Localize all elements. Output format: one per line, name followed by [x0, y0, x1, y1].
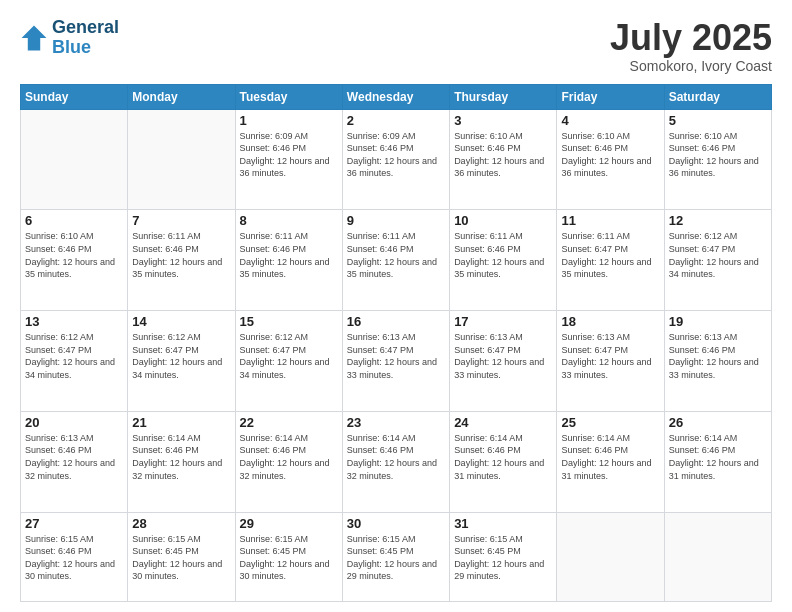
col-saturday: Saturday — [664, 84, 771, 109]
day-info: Sunrise: 6:11 AM Sunset: 6:47 PM Dayligh… — [561, 230, 659, 280]
logo: General Blue — [20, 18, 119, 58]
day-info: Sunrise: 6:11 AM Sunset: 6:46 PM Dayligh… — [347, 230, 445, 280]
table-row: 22Sunrise: 6:14 AM Sunset: 6:46 PM Dayli… — [235, 411, 342, 512]
table-row: 15Sunrise: 6:12 AM Sunset: 6:47 PM Dayli… — [235, 311, 342, 412]
table-row — [557, 512, 664, 601]
col-wednesday: Wednesday — [342, 84, 449, 109]
day-number: 15 — [240, 314, 338, 329]
table-row: 12Sunrise: 6:12 AM Sunset: 6:47 PM Dayli… — [664, 210, 771, 311]
day-info: Sunrise: 6:15 AM Sunset: 6:46 PM Dayligh… — [25, 533, 123, 583]
table-row: 10Sunrise: 6:11 AM Sunset: 6:46 PM Dayli… — [450, 210, 557, 311]
day-info: Sunrise: 6:15 AM Sunset: 6:45 PM Dayligh… — [454, 533, 552, 583]
table-row: 11Sunrise: 6:11 AM Sunset: 6:47 PM Dayli… — [557, 210, 664, 311]
day-info: Sunrise: 6:10 AM Sunset: 6:46 PM Dayligh… — [561, 130, 659, 180]
day-info: Sunrise: 6:14 AM Sunset: 6:46 PM Dayligh… — [240, 432, 338, 482]
day-number: 7 — [132, 213, 230, 228]
day-number: 21 — [132, 415, 230, 430]
calendar-week-row: 13Sunrise: 6:12 AM Sunset: 6:47 PM Dayli… — [21, 311, 772, 412]
table-row — [128, 109, 235, 210]
day-info: Sunrise: 6:11 AM Sunset: 6:46 PM Dayligh… — [454, 230, 552, 280]
day-info: Sunrise: 6:14 AM Sunset: 6:46 PM Dayligh… — [561, 432, 659, 482]
table-row: 29Sunrise: 6:15 AM Sunset: 6:45 PM Dayli… — [235, 512, 342, 601]
day-number: 26 — [669, 415, 767, 430]
subtitle: Somokoro, Ivory Coast — [610, 58, 772, 74]
table-row: 6Sunrise: 6:10 AM Sunset: 6:46 PM Daylig… — [21, 210, 128, 311]
day-info: Sunrise: 6:11 AM Sunset: 6:46 PM Dayligh… — [132, 230, 230, 280]
table-row: 19Sunrise: 6:13 AM Sunset: 6:46 PM Dayli… — [664, 311, 771, 412]
day-info: Sunrise: 6:10 AM Sunset: 6:46 PM Dayligh… — [25, 230, 123, 280]
day-info: Sunrise: 6:13 AM Sunset: 6:47 PM Dayligh… — [347, 331, 445, 381]
col-monday: Monday — [128, 84, 235, 109]
day-number: 28 — [132, 516, 230, 531]
table-row — [21, 109, 128, 210]
table-row — [664, 512, 771, 601]
day-number: 2 — [347, 113, 445, 128]
day-info: Sunrise: 6:15 AM Sunset: 6:45 PM Dayligh… — [240, 533, 338, 583]
table-row: 31Sunrise: 6:15 AM Sunset: 6:45 PM Dayli… — [450, 512, 557, 601]
calendar-header-row: Sunday Monday Tuesday Wednesday Thursday… — [21, 84, 772, 109]
day-info: Sunrise: 6:14 AM Sunset: 6:46 PM Dayligh… — [669, 432, 767, 482]
day-number: 1 — [240, 113, 338, 128]
day-number: 31 — [454, 516, 552, 531]
table-row: 13Sunrise: 6:12 AM Sunset: 6:47 PM Dayli… — [21, 311, 128, 412]
page: General Blue July 2025 Somokoro, Ivory C… — [0, 0, 792, 612]
day-info: Sunrise: 6:09 AM Sunset: 6:46 PM Dayligh… — [240, 130, 338, 180]
day-number: 22 — [240, 415, 338, 430]
header: General Blue July 2025 Somokoro, Ivory C… — [20, 18, 772, 74]
day-info: Sunrise: 6:09 AM Sunset: 6:46 PM Dayligh… — [347, 130, 445, 180]
calendar-week-row: 20Sunrise: 6:13 AM Sunset: 6:46 PM Dayli… — [21, 411, 772, 512]
day-number: 20 — [25, 415, 123, 430]
table-row: 3Sunrise: 6:10 AM Sunset: 6:46 PM Daylig… — [450, 109, 557, 210]
month-title: July 2025 — [610, 18, 772, 58]
table-row: 14Sunrise: 6:12 AM Sunset: 6:47 PM Dayli… — [128, 311, 235, 412]
calendar-table: Sunday Monday Tuesday Wednesday Thursday… — [20, 84, 772, 602]
table-row: 30Sunrise: 6:15 AM Sunset: 6:45 PM Dayli… — [342, 512, 449, 601]
day-info: Sunrise: 6:14 AM Sunset: 6:46 PM Dayligh… — [132, 432, 230, 482]
day-info: Sunrise: 6:13 AM Sunset: 6:47 PM Dayligh… — [454, 331, 552, 381]
table-row: 26Sunrise: 6:14 AM Sunset: 6:46 PM Dayli… — [664, 411, 771, 512]
day-number: 25 — [561, 415, 659, 430]
table-row: 17Sunrise: 6:13 AM Sunset: 6:47 PM Dayli… — [450, 311, 557, 412]
table-row: 24Sunrise: 6:14 AM Sunset: 6:46 PM Dayli… — [450, 411, 557, 512]
table-row: 25Sunrise: 6:14 AM Sunset: 6:46 PM Dayli… — [557, 411, 664, 512]
title-block: July 2025 Somokoro, Ivory Coast — [610, 18, 772, 74]
day-number: 27 — [25, 516, 123, 531]
col-sunday: Sunday — [21, 84, 128, 109]
table-row: 23Sunrise: 6:14 AM Sunset: 6:46 PM Dayli… — [342, 411, 449, 512]
day-info: Sunrise: 6:15 AM Sunset: 6:45 PM Dayligh… — [132, 533, 230, 583]
day-number: 5 — [669, 113, 767, 128]
logo-icon — [20, 24, 48, 52]
day-info: Sunrise: 6:13 AM Sunset: 6:46 PM Dayligh… — [25, 432, 123, 482]
col-thursday: Thursday — [450, 84, 557, 109]
day-number: 3 — [454, 113, 552, 128]
logo-line2: Blue — [52, 37, 91, 57]
day-info: Sunrise: 6:11 AM Sunset: 6:46 PM Dayligh… — [240, 230, 338, 280]
table-row: 9Sunrise: 6:11 AM Sunset: 6:46 PM Daylig… — [342, 210, 449, 311]
col-tuesday: Tuesday — [235, 84, 342, 109]
logo-text: General Blue — [52, 18, 119, 58]
day-number: 19 — [669, 314, 767, 329]
day-info: Sunrise: 6:13 AM Sunset: 6:47 PM Dayligh… — [561, 331, 659, 381]
table-row: 21Sunrise: 6:14 AM Sunset: 6:46 PM Dayli… — [128, 411, 235, 512]
day-number: 30 — [347, 516, 445, 531]
day-number: 4 — [561, 113, 659, 128]
day-number: 14 — [132, 314, 230, 329]
day-number: 17 — [454, 314, 552, 329]
table-row: 2Sunrise: 6:09 AM Sunset: 6:46 PM Daylig… — [342, 109, 449, 210]
day-info: Sunrise: 6:13 AM Sunset: 6:46 PM Dayligh… — [669, 331, 767, 381]
day-number: 24 — [454, 415, 552, 430]
logo-line1: General — [52, 18, 119, 38]
table-row: 7Sunrise: 6:11 AM Sunset: 6:46 PM Daylig… — [128, 210, 235, 311]
day-number: 16 — [347, 314, 445, 329]
day-info: Sunrise: 6:15 AM Sunset: 6:45 PM Dayligh… — [347, 533, 445, 583]
day-number: 11 — [561, 213, 659, 228]
day-info: Sunrise: 6:10 AM Sunset: 6:46 PM Dayligh… — [669, 130, 767, 180]
calendar-week-row: 27Sunrise: 6:15 AM Sunset: 6:46 PM Dayli… — [21, 512, 772, 601]
table-row: 5Sunrise: 6:10 AM Sunset: 6:46 PM Daylig… — [664, 109, 771, 210]
table-row: 16Sunrise: 6:13 AM Sunset: 6:47 PM Dayli… — [342, 311, 449, 412]
table-row: 28Sunrise: 6:15 AM Sunset: 6:45 PM Dayli… — [128, 512, 235, 601]
table-row: 27Sunrise: 6:15 AM Sunset: 6:46 PM Dayli… — [21, 512, 128, 601]
day-number: 10 — [454, 213, 552, 228]
day-info: Sunrise: 6:14 AM Sunset: 6:46 PM Dayligh… — [347, 432, 445, 482]
table-row: 1Sunrise: 6:09 AM Sunset: 6:46 PM Daylig… — [235, 109, 342, 210]
